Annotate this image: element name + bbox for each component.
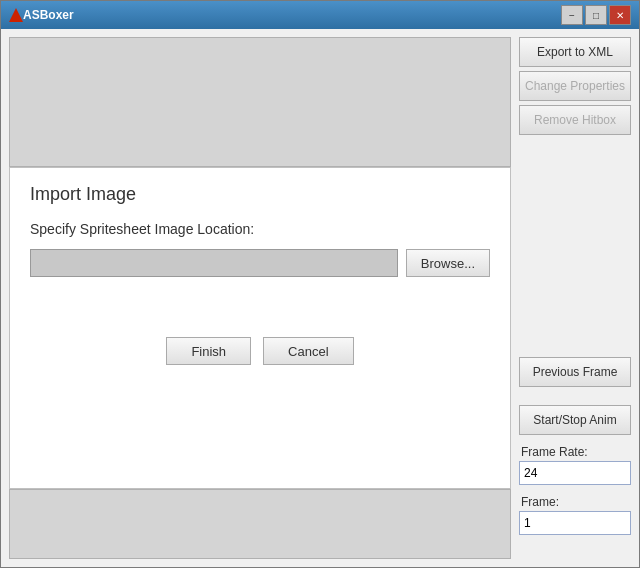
cancel-button[interactable]: Cancel [263, 337, 353, 365]
title-bar-controls: − □ ✕ [561, 5, 631, 25]
right-panel: Export to XML Change Properties Remove H… [519, 29, 639, 567]
dialog-title: Import Image [30, 184, 490, 205]
app-window: ASBoxer − □ ✕ Import Image Specify Sprit… [0, 0, 640, 568]
frame-rate-group: Frame Rate: [519, 439, 631, 485]
close-button[interactable]: ✕ [609, 5, 631, 25]
left-panel: Import Image Specify Spritesheet Image L… [1, 29, 519, 567]
file-path-input[interactable] [30, 249, 398, 277]
remove-hitbox-button[interactable]: Remove Hitbox [519, 105, 631, 135]
canvas-bottom [9, 489, 511, 559]
small-spacer [519, 391, 631, 401]
file-input-row: Browse... [30, 249, 490, 277]
frame-rate-input[interactable] [519, 461, 631, 485]
finish-button[interactable]: Finish [166, 337, 251, 365]
bottom-spacer [519, 539, 631, 559]
frame-input[interactable] [519, 511, 631, 535]
minimize-button[interactable]: − [561, 5, 583, 25]
right-spacer [519, 139, 631, 353]
app-icon [9, 8, 23, 22]
start-stop-anim-button[interactable]: Start/Stop Anim [519, 405, 631, 435]
frame-label: Frame: [519, 495, 631, 509]
frame-rate-label: Frame Rate: [519, 445, 631, 459]
canvas-top [9, 37, 511, 167]
change-properties-button[interactable]: Change Properties [519, 71, 631, 101]
previous-frame-button[interactable]: Previous Frame [519, 357, 631, 387]
title-bar: ASBoxer − □ ✕ [1, 1, 639, 29]
window-title: ASBoxer [23, 8, 561, 22]
maximize-button[interactable]: □ [585, 5, 607, 25]
dialog-area: Import Image Specify Spritesheet Image L… [9, 167, 511, 489]
main-content: Import Image Specify Spritesheet Image L… [1, 29, 639, 567]
frame-group: Frame: [519, 489, 631, 535]
dialog-subtitle: Specify Spritesheet Image Location: [30, 221, 490, 237]
export-xml-button[interactable]: Export to XML [519, 37, 631, 67]
dialog-buttons: Finish Cancel [30, 337, 490, 365]
browse-button[interactable]: Browse... [406, 249, 490, 277]
